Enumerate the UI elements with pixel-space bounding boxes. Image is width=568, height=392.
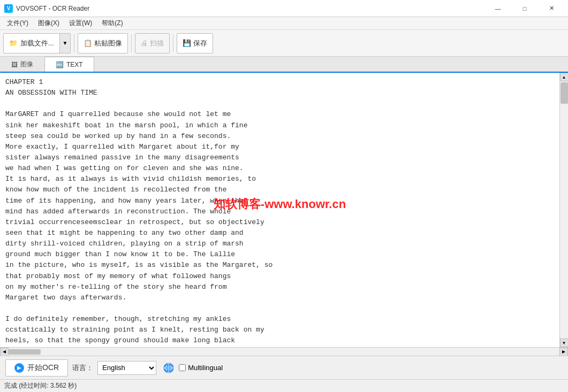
vscroll-thumb[interactable] [561,82,568,104]
title-bar: V VOVSOFT - OCR Reader — □ ✕ [0,0,568,17]
hscroll-track [9,349,559,355]
image-tab-icon: 🖼 [11,61,18,68]
save-label: 保存 [193,39,207,48]
vscroll-track [560,81,568,339]
hscroll-left-arrow[interactable]: ◀ [0,348,9,356]
hscroll-thumb[interactable] [9,349,41,355]
text-content-area[interactable]: CHAPTER 1 AN OBSESSION WITH TIME MarGARE… [0,73,551,347]
separator-3 [173,34,173,52]
menu-bar: 文件(Y) 图像(X) 设置(W) 帮助(Z) [0,17,568,30]
hscroll-right-arrow[interactable]: ▶ [559,348,568,356]
ocr-start-icon: ▶ [14,363,24,373]
separator-2 [131,34,132,52]
load-file-button[interactable]: 📁 加载文件... [4,34,59,53]
start-ocr-button[interactable]: ▶ 开始OCR [5,359,68,376]
save-button[interactable]: 💾 保存 [177,33,213,53]
vscroll-up-arrow[interactable]: ▲ [560,73,569,81]
app-icon: V [4,4,13,13]
language-select[interactable]: English Chinese French German Spanish Ja… [97,361,156,375]
scan-icon: 🖨 [141,39,148,47]
tab-text[interactable]: 🔤 TEXT [44,57,94,72]
globe-icon [163,362,175,374]
tab-bar: 🖼 图像 🔤 TEXT [0,57,568,73]
menu-settings[interactable]: 设置(W) [64,17,97,29]
language-label: 语言： [72,363,93,373]
menu-file[interactable]: 文件(Y) [2,17,33,29]
paste-image-button[interactable]: 📋 粘贴图像 [78,33,128,53]
vscroll-down-arrow[interactable]: ▼ [560,339,569,347]
status-bar: 完成 (经过时间: 3.562 秒) [0,379,568,392]
toolbar: 📁 加载文件... ▼ 📋 粘贴图像 🖨 扫描 💾 保存 [0,30,568,57]
paste-icon: 📋 [84,39,92,47]
scan-label: 扫描 [150,39,164,48]
load-file-label: 加载文件... [20,39,54,48]
menu-help[interactable]: 帮助(Z) [97,17,127,29]
multilingual-label: Multilingual [188,364,223,372]
vertical-scrollbar[interactable]: ▲ ▼ [559,73,568,347]
status-text: 完成 (经过时间: 3.562 秒) [4,381,77,390]
maximize-button[interactable]: □ [512,3,537,14]
load-file-dropdown-button[interactable]: ▼ [59,34,70,53]
minimize-button[interactable]: — [486,3,510,14]
separator-1 [74,34,74,52]
tab-image[interactable]: 🖼 图像 [0,57,44,72]
multilingual-checkbox-label[interactable]: Multilingual [179,364,223,372]
close-button[interactable]: ✕ [539,3,564,14]
multilingual-checkbox[interactable] [179,364,186,371]
text-tab-icon: 🔤 [56,61,64,68]
image-tab-label: 图像 [20,60,33,69]
main-area: CHAPTER 1 AN OBSESSION WITH TIME MarGARE… [0,73,568,347]
save-icon: 💾 [183,39,191,47]
horizontal-scrollbar: ◀ ▶ [0,347,568,356]
window-title: VOVSOFT - OCR Reader [16,5,89,12]
start-ocr-label: 开始OCR [27,363,59,373]
text-panel: CHAPTER 1 AN OBSESSION WITH TIME MarGARE… [0,73,559,347]
paste-label: 粘贴图像 [94,39,122,48]
load-file-group: 📁 加载文件... ▼ [3,33,71,53]
text-tab-label: TEXT [66,61,83,68]
title-bar-left: V VOVSOFT - OCR Reader [4,4,89,13]
folder-icon: 📁 [9,39,18,47]
menu-image[interactable]: 图像(X) [33,17,64,29]
scan-button[interactable]: 🖨 扫描 [135,33,170,53]
window-controls: — □ ✕ [486,3,564,14]
ocr-bar: ▶ 开始OCR 语言： English Chinese French Germa… [0,356,568,379]
